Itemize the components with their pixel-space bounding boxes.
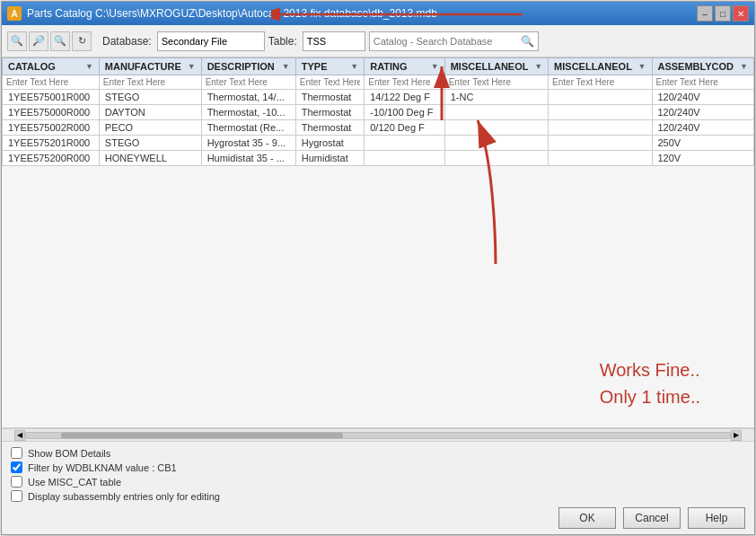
cell-catalog: 1YEE575000R000 — [3, 105, 100, 120]
search1-icon[interactable]: 🔍 — [7, 31, 27, 51]
cell-assemblycode: 250V — [652, 136, 754, 151]
checkbox-display_sub[interactable] — [11, 490, 22, 502]
filter-row — [3, 75, 754, 90]
cell-misc2 — [549, 151, 652, 166]
database-dropdown[interactable]: Secondary File — [157, 31, 265, 51]
col-misc1[interactable]: MISCELLANEOL ▼ — [444, 58, 548, 75]
checkbox-row-display_sub: Display subassembly entries only for edi… — [11, 490, 745, 502]
cell-rating — [365, 136, 444, 151]
scroll-left-btn[interactable]: ◀ — [14, 430, 25, 441]
filter-catalog[interactable] — [4, 76, 97, 88]
checkbox-filter_wdb[interactable] — [11, 461, 22, 473]
cell-assemblycode: 120V — [652, 151, 754, 166]
checkbox-row-show_bom: Show BOM Details — [11, 447, 745, 459]
cell-type: Hygrostat — [295, 136, 364, 151]
search-submit-icon[interactable]: 🔍 — [521, 35, 534, 48]
table-row[interactable]: 1YEE575002R000PECOThermostat (Re...Therm… — [3, 120, 754, 136]
toolbar-icons: 🔍 🔎 🔍 ↻ — [7, 31, 92, 51]
col-misc2-arrow: ▼ — [638, 62, 646, 71]
zoom-icon[interactable]: 🔍 — [50, 31, 70, 51]
maximize-button[interactable]: □ — [715, 5, 731, 22]
database-label: Database: — [102, 35, 152, 48]
col-catalog[interactable]: CATALOG ▼ — [3, 58, 100, 75]
bottom-controls: Show BOM DetailsFilter by WDBLKNAM value… — [2, 441, 754, 534]
cell-type: Humidistat — [295, 151, 364, 166]
cell-rating: -10/100 Deg F — [365, 105, 444, 120]
col-misc1-arrow: ▼ — [534, 62, 542, 71]
cell-rating — [365, 151, 444, 166]
cell-misc1 — [444, 151, 548, 166]
col-manufacture[interactable]: MANUFACTURE ▼ — [99, 58, 201, 75]
col-rating[interactable]: RATING ▼ — [365, 58, 444, 75]
checkbox-row-use_misc: Use MISC_CAT table — [11, 476, 745, 488]
help-button[interactable]: Help — [688, 507, 745, 529]
cell-description: Humidistat 35 - ... — [201, 151, 295, 166]
table-body: 1YEE575001R000STEGOThermostat, 14/...The… — [3, 90, 754, 166]
cell-assemblycode: 120/240V — [652, 120, 754, 136]
app-icon: A — [7, 6, 22, 21]
table-header-row: CATALOG ▼ MANUFACTURE ▼ — [3, 58, 754, 75]
title-buttons: – □ ✕ — [697, 5, 749, 22]
cell-misc1 — [444, 105, 548, 120]
checkboxes-container: Show BOM DetailsFilter by WDBLKNAM value… — [11, 447, 745, 502]
scrollbar-thumb — [61, 433, 343, 438]
cell-rating: 0/120 Deg F — [365, 120, 444, 136]
filter-type[interactable] — [298, 76, 362, 88]
search2-icon[interactable]: 🔎 — [29, 31, 48, 51]
cell-catalog: 1YEE575201R000 — [3, 136, 100, 151]
filter-assemblycode[interactable] — [655, 76, 752, 88]
checkbox-row-filter_wdb: Filter by WDBLKNAM value : CB1 — [11, 461, 745, 473]
filter-rating[interactable] — [366, 76, 442, 88]
col-manufacture-arrow: ▼ — [188, 62, 196, 71]
cell-misc2 — [549, 105, 652, 120]
col-assemblycode[interactable]: ASSEMBLYCOD ▼ — [652, 58, 754, 75]
cell-manufacture: STEGO — [99, 136, 201, 151]
scroll-right-btn[interactable]: ▶ — [731, 430, 742, 441]
cell-misc2 — [549, 120, 652, 136]
col-misc2[interactable]: MISCELLANEOL ▼ — [549, 58, 652, 75]
col-type[interactable]: TYPE ▼ — [295, 58, 364, 75]
close-button[interactable]: ✕ — [733, 5, 749, 22]
cell-assemblycode: 120/240V — [652, 90, 754, 105]
table-dropdown[interactable]: TSS — [303, 31, 365, 51]
checkbox-use_misc[interactable] — [11, 476, 22, 488]
checkbox-label-use_misc: Use MISC_CAT table — [28, 477, 121, 488]
filter-misc1[interactable] — [447, 76, 546, 88]
col-description[interactable]: DESCRIPTION ▼ — [201, 58, 295, 75]
refresh-icon[interactable]: ↻ — [72, 31, 92, 51]
filter-manufacture[interactable] — [101, 76, 199, 88]
col-description-arrow: ▼ — [282, 62, 290, 71]
filter-misc2[interactable] — [550, 76, 649, 88]
cell-assemblycode: 120/240V — [652, 105, 754, 120]
col-assemblycode-arrow: ▼ — [740, 62, 748, 71]
table-row[interactable]: 1YEE575201R000STEGOHygrostat 35 - 9...Hy… — [3, 136, 754, 151]
cell-description: Thermostat, -10... — [201, 105, 295, 120]
cell-manufacture: STEGO — [99, 90, 201, 105]
cell-type: Thermostat — [295, 90, 364, 105]
checkbox-label-filter_wdb: Filter by WDBLKNAM value : CB1 — [28, 462, 177, 473]
search-input[interactable] — [374, 36, 517, 47]
main-window: A Parts Catalog C:\Users\MXROGUZ\Desktop… — [1, 1, 755, 535]
cell-description: Hygrostat 35 - 9... — [201, 136, 295, 151]
ok-button[interactable]: OK — [558, 507, 616, 529]
cell-description: Thermostat, 14/... — [201, 90, 295, 105]
table-row[interactable]: 1YEE575001R000STEGOThermostat, 14/...The… — [3, 90, 754, 105]
cell-rating: 14/122 Deg F — [365, 90, 444, 105]
col-type-arrow: ▼ — [350, 62, 358, 71]
cell-misc2 — [549, 90, 652, 105]
col-catalog-arrow: ▼ — [85, 62, 93, 71]
minimize-button[interactable]: – — [697, 5, 713, 22]
checkbox-label-show_bom: Show BOM Details — [28, 448, 110, 459]
cancel-button[interactable]: Cancel — [623, 507, 681, 529]
checkbox-show_bom[interactable] — [11, 447, 22, 459]
table-container[interactable]: CATALOG ▼ MANUFACTURE ▼ — [2, 57, 754, 428]
filter-description[interactable] — [204, 76, 294, 88]
data-table: CATALOG ▼ MANUFACTURE ▼ — [2, 57, 754, 166]
table-row[interactable]: 1YEE575200R000HONEYWELLHumidistat 35 - .… — [3, 151, 754, 166]
scrollbar-track[interactable] — [25, 432, 731, 439]
button-row: OK Cancel Help — [11, 507, 745, 529]
window-title: Parts Catalog C:\Users\MXROGUZ\Desktop\A… — [27, 7, 697, 20]
scrollbar-area: ◀ ▶ — [2, 428, 754, 441]
cell-manufacture: HONEYWELL — [99, 151, 201, 166]
table-row[interactable]: 1YEE575000R000DAYTONThermostat, -10...Th… — [3, 105, 754, 120]
